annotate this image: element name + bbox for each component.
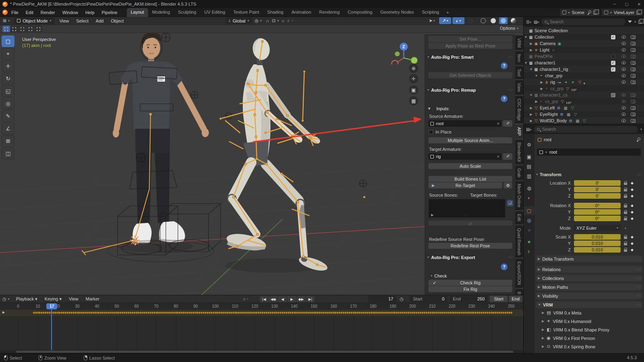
sidebar-tab-mesh-online[interactable]: Mesh Online	[515, 181, 523, 210]
new-collection-button[interactable]	[638, 20, 642, 24]
select-set-button[interactable]	[2, 26, 10, 32]
sidebar-tab-grab[interactable]: Grab	[515, 165, 523, 180]
properties-tab-bone[interactable]: ⊦	[524, 247, 535, 256]
properties-editor-type-button[interactable]: ▤▾	[526, 127, 531, 132]
hide-viewport-toggle[interactable]	[619, 72, 627, 79]
shading-wireframe-button[interactable]	[479, 17, 487, 24]
lock-icon[interactable]	[624, 210, 627, 214]
sidebar-tab-blenderkit[interactable]: BlenderKit	[515, 140, 523, 165]
timeline-menu-marker[interactable]: Marker	[82, 294, 103, 303]
selectability-checkbox[interactable]: ✓	[609, 66, 617, 72]
outliner-search[interactable]	[541, 19, 625, 25]
keyframe-band[interactable]: ▶	[0, 310, 523, 316]
workspace-tab-scripting[interactable]: Scripting	[418, 8, 443, 17]
smart-help-button[interactable]: ?	[501, 62, 508, 69]
tool-add-primitive[interactable]: ◫	[2, 148, 14, 159]
list-expand-icon[interactable]: ▶	[431, 213, 433, 217]
disable-render-toggle[interactable]	[629, 98, 637, 105]
workspace-tab-animation[interactable]: Animation	[287, 8, 315, 17]
redefine-rest-pose-button[interactable]: Redefine Rest Pose	[428, 243, 512, 249]
hide-viewport-toggle[interactable]	[619, 92, 627, 98]
workspace-tab-sculpting[interactable]: Sculpting	[174, 8, 200, 17]
in-place-checkbox[interactable]: In Place	[429, 130, 452, 134]
properties-tab-world[interactable]: ◐	[524, 193, 535, 202]
scale-1-field[interactable]: 0.010	[574, 241, 621, 246]
outliner-row-eyeright[interactable]: ▶▽EyeRight⚙▦▽	[524, 111, 644, 117]
outliner-row-eyeleft[interactable]: ▶▽EyeLeft⚙▦▽	[524, 105, 644, 111]
overlays-toggle[interactable]: ◐▾	[452, 17, 464, 24]
pin-id-icon[interactable]	[636, 137, 640, 142]
properties-tab-tool[interactable]: ⚙	[524, 140, 535, 149]
viewport-menu-select[interactable]: Select	[72, 17, 92, 25]
keyframe-diamond[interactable]	[510, 311, 512, 314]
timeline-ruler[interactable]: 0102030405060708090100110120130140150160…	[0, 303, 523, 310]
timeline-menu-view[interactable]: View	[65, 294, 82, 303]
snap-toggle[interactable]: ∩	[264, 17, 270, 25]
panel-header-motion-paths[interactable]: ▶Motion Paths∷∷	[536, 284, 642, 290]
workspace-tab-compositing[interactable]: Compositing	[344, 8, 376, 17]
viewport-menu-view[interactable]: View	[56, 17, 73, 25]
camera-view-button[interactable]: ▣	[409, 85, 418, 95]
vrm-item-first-person[interactable]: ▶◉VRM 0.x First Person	[542, 335, 595, 341]
keyframe-icon[interactable]: ◆	[631, 241, 634, 245]
hide-viewport-toggle[interactable]	[619, 66, 627, 72]
selectability-checkbox[interactable]: ✓	[609, 34, 617, 40]
selectability-checkbox[interactable]: ✓	[609, 92, 617, 98]
hide-viewport-toggle[interactable]	[619, 117, 627, 124]
scene-selector[interactable]: ▾ Scene	[560, 9, 599, 16]
navigation-gizmo[interactable]: Z	[388, 36, 421, 64]
workspace-tab-rendering[interactable]: Rendering	[315, 8, 344, 17]
sidebar-tab-exportjson[interactable]: ExportJSON	[515, 259, 523, 288]
tool-scale[interactable]: ◱	[2, 85, 14, 97]
vrm-item-humanoid[interactable]: ▶✶VRM 0.x Humanoid	[542, 319, 591, 324]
disable-render-toggle[interactable]	[629, 66, 637, 72]
set-end-button[interactable]: End	[509, 296, 522, 302]
disable-render-toggle[interactable]	[629, 79, 637, 85]
build-bones-list-button[interactable]: Build Bones List	[428, 176, 512, 182]
select-extend-button[interactable]	[10, 26, 18, 32]
properties-tab-scene[interactable]: ◍	[524, 184, 535, 193]
retarget-button[interactable]: ▶ Re-Target	[428, 182, 502, 189]
keyframe-icon[interactable]: ◆	[631, 210, 634, 214]
shading-solid-button[interactable]	[489, 17, 497, 24]
auto-scale-button[interactable]: Auto Scale	[428, 163, 512, 169]
outliner-display-mode-button[interactable]: ☰▾	[526, 20, 531, 24]
prev-keyframe-button[interactable]: ◀◆	[269, 296, 278, 302]
lock-icon[interactable]	[624, 181, 627, 185]
panel-header-vrm[interactable]: ▼VRM∷∷	[536, 301, 642, 308]
set-start-button[interactable]: Start	[490, 296, 508, 302]
menu-file[interactable]: File	[8, 8, 22, 17]
select-invert-button[interactable]	[27, 26, 34, 32]
current-frame-field[interactable]: 17	[368, 296, 396, 302]
minimize-button[interactable]: ─	[613, 2, 616, 6]
lock-icon[interactable]	[624, 241, 627, 245]
vrm-item-meta[interactable]: ▶▤VRM 0.x Meta	[542, 310, 581, 315]
inputs-expander[interactable]: ▼Inputs:	[427, 105, 513, 112]
lock-icon[interactable]	[624, 235, 627, 239]
add-workspace-button[interactable]: +	[443, 10, 452, 15]
object-name-field[interactable]: ▾ root	[537, 148, 641, 156]
mode-selector[interactable]: Object Mode ▾	[14, 17, 54, 24]
tool-add-cube[interactable]: ⊞	[2, 135, 14, 147]
outliner-search-input[interactable]	[549, 19, 622, 24]
vrm-item-spring-bone[interactable]: ▶⊙VRM 0.x Spring Bone	[542, 344, 595, 349]
pivot-point-button[interactable]: ◎▾	[252, 17, 265, 25]
viewport-3d[interactable]: ⊞▾ Object Mode ▾ ViewSelectAddObject ⟂ G…	[0, 17, 523, 295]
tool-measure[interactable]: ∠	[2, 123, 14, 134]
tool-move[interactable]: ✛	[2, 60, 14, 72]
vrm-item-blend-shape[interactable]: ▶◧VRM 0.x Blend Shape Proxy	[542, 327, 609, 332]
keyframe-icon[interactable]: ◆	[631, 187, 634, 191]
lock-icon[interactable]	[624, 248, 627, 252]
hide-viewport-toggle[interactable]	[619, 60, 627, 66]
zoom-button[interactable]: ⊕	[409, 64, 418, 73]
outliner-row-wolf3d_body[interactable]: ▶▽Wolf3D_Body⚙▦▽	[524, 117, 644, 124]
keyframe-icon[interactable]: ◆	[631, 204, 634, 208]
hide-viewport-toggle[interactable]	[619, 105, 627, 111]
hide-viewport-toggle[interactable]	[619, 111, 627, 117]
menu-render[interactable]: Render	[37, 8, 59, 17]
properties-options-icon[interactable]: ▾	[640, 128, 642, 131]
blender-menu-icon[interactable]	[2, 10, 8, 15]
hide-viewport-toggle[interactable]	[619, 40, 627, 47]
options-button[interactable]: Options▾	[500, 26, 518, 31]
keyframe-icon[interactable]: ◆	[631, 216, 634, 220]
